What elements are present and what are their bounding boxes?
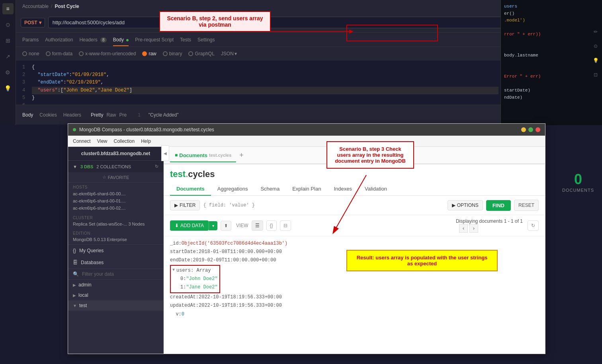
- my-queries-btn[interactable]: {} My Queries: [68, 244, 163, 257]
- body-dot: [126, 39, 129, 41]
- code-editor-content[interactable]: { "startDate":"01/09/2018", "endDate":"0…: [32, 64, 498, 102]
- menu-connect[interactable]: Connect: [73, 137, 91, 146]
- resp-subtab-pretty[interactable]: Pretty: [91, 112, 103, 118]
- add-data-label: ADD DATA: [180, 223, 204, 228]
- refresh-icon[interactable]: ↻: [155, 164, 158, 169]
- tab-prerequest[interactable]: Pre-request Script: [135, 34, 174, 46]
- add-data-button[interactable]: ⬇ ADD DATA: [170, 220, 209, 231]
- view-table-btn[interactable]: ⊟: [280, 220, 291, 231]
- code-line-4: "users":["John Doe2","Jane Doe2"]: [32, 87, 498, 94]
- prp-icon-2[interactable]: ⊙: [591, 41, 600, 51]
- nav-tab-indexes[interactable]: Indexes: [327, 183, 358, 196]
- resp-tab-body[interactable]: Body: [22, 112, 33, 118]
- url-input[interactable]: http://localhost:5000/cycles/add: [48, 17, 546, 28]
- mongodb-menubar: Connect View Collection Help: [68, 136, 545, 147]
- win-close[interactable]: [536, 127, 540, 132]
- menu-collection[interactable]: Collection: [114, 137, 135, 146]
- prev-page-btn[interactable]: ‹: [459, 224, 468, 233]
- radio-none: [22, 51, 27, 56]
- doc-users-header: ▼ users: Array: [172, 267, 218, 275]
- rp-line-11: Error " + err): [504, 73, 586, 80]
- sidebar-collapse-btn[interactable]: ◀: [161, 145, 169, 161]
- databases-btn[interactable]: 🗄 Databases: [68, 257, 163, 269]
- test-chevron: ▼: [73, 304, 77, 308]
- code-line-1: {: [32, 64, 498, 71]
- favorite-btn[interactable]: ☆ FAVORITE: [68, 172, 163, 183]
- db-test[interactable]: ▼ test: [68, 300, 163, 311]
- body-opt-none[interactable]: none: [22, 51, 39, 56]
- doc-updatedat: updatedAt: 2022-10-19T18:19:56.333+00:00: [170, 302, 539, 310]
- code-line-2: "startDate":"01/09/2018",: [32, 71, 498, 79]
- nav-tab-explain[interactable]: Explain Plan: [286, 183, 327, 196]
- tab-body[interactable]: Body: [113, 34, 129, 46]
- rp-line-14: ndDate): [504, 94, 586, 101]
- doc-users-1: 1: "Jane Doe2": [180, 283, 218, 292]
- menu-view[interactable]: View: [97, 137, 108, 146]
- nav-icon-5[interactable]: ⚙: [2, 67, 14, 78]
- nav-tab-validation[interactable]: Validation: [358, 183, 393, 196]
- filter-input[interactable]: [203, 202, 444, 208]
- nav-tab-schema[interactable]: Schema: [254, 183, 286, 196]
- win-minimize[interactable]: [521, 127, 526, 132]
- resp-tab-cookies[interactable]: Cookies: [39, 112, 57, 118]
- code-line-7: }: [32, 94, 498, 102]
- annotation-arrow: [271, 31, 350, 32]
- next-page-btn[interactable]: ›: [469, 224, 478, 233]
- resp-subtab-raw[interactable]: Raw: [106, 112, 116, 118]
- nav-tab-aggregations[interactable]: Aggregations: [211, 183, 254, 196]
- view-list-btn[interactable]: ☰: [252, 220, 263, 231]
- db-admin[interactable]: ▶ admin: [68, 280, 163, 290]
- filter-data-bar[interactable]: 🔍 Filter your data: [68, 269, 163, 280]
- zero-num: 0: [562, 171, 594, 188]
- options-button[interactable]: ▶ OPTIONS: [448, 200, 483, 210]
- prp-icon-1[interactable]: ✏: [591, 27, 600, 37]
- tab-authorization[interactable]: Authorization: [45, 34, 73, 46]
- collection-db: test: [170, 169, 186, 179]
- json-format-select[interactable]: JSON ▾: [221, 51, 237, 56]
- tab-settings[interactable]: Settings: [197, 34, 215, 46]
- postman-response-bar: Body Cookies Headers Pretty Raw Pre 1 "C…: [16, 105, 500, 125]
- refresh-docs-btn[interactable]: ↻: [528, 220, 539, 231]
- prp-icon-4[interactable]: ⊡: [591, 70, 600, 80]
- collections-count: 2 COLLECTIONS: [96, 164, 131, 169]
- method-dropdown[interactable]: POST ▾: [21, 18, 45, 27]
- nav-icon-2[interactable]: ⊙: [2, 19, 14, 30]
- nav-icon-6[interactable]: 💡: [2, 83, 14, 94]
- host-2: ac-ekm6tp6-shard-00-02....: [68, 204, 163, 212]
- add-tab-btn[interactable]: +: [239, 151, 244, 160]
- main-tab-documents[interactable]: ■ Documents test.cycles: [170, 149, 236, 162]
- menu-help[interactable]: Help: [141, 137, 151, 146]
- find-button[interactable]: FIND: [486, 200, 511, 211]
- body-opt-binary[interactable]: binary: [163, 51, 182, 56]
- local-label: local: [78, 292, 88, 298]
- mongodb-sidebar: cluster0.bfdza83.mongodb.net ▼ 3 DBS 2 C…: [68, 147, 164, 354]
- window-controls[interactable]: [521, 127, 540, 132]
- method-label: POST: [24, 20, 37, 25]
- nav-icon-3[interactable]: ⊞: [2, 35, 14, 46]
- tab-headers[interactable]: Headers 8: [79, 34, 106, 46]
- nav-tab-documents[interactable]: Documents: [170, 183, 211, 196]
- resp-subtab-pre[interactable]: Pre: [119, 112, 127, 118]
- breadcrumb-parent[interactable]: Accountable: [22, 4, 49, 9]
- tab-collection-name: test.cycles: [209, 153, 231, 158]
- win-maximize[interactable]: [528, 127, 533, 132]
- body-opt-graphql[interactable]: GraphQL: [188, 51, 214, 56]
- filter-button[interactable]: ▶ FILTER: [170, 200, 200, 210]
- dbs-header[interactable]: ▼ 3 DBS 2 COLLECTIONS ↻: [68, 161, 163, 172]
- admin-chevron: ▶: [73, 283, 76, 287]
- nav-icon-1[interactable]: ≡: [2, 3, 14, 14]
- reset-button[interactable]: RESET: [514, 200, 539, 211]
- body-opt-raw[interactable]: raw: [142, 51, 156, 56]
- db-local[interactable]: ▶ local: [68, 290, 163, 300]
- tab-doc-icon: ■: [175, 152, 178, 158]
- body-opt-urlencoded[interactable]: x-www-form-urlencoded: [79, 51, 136, 56]
- nav-icon-4[interactable]: ↗: [2, 51, 14, 62]
- export-btn[interactable]: ⬆: [221, 221, 231, 231]
- resp-tab-headers[interactable]: Headers: [63, 112, 81, 118]
- add-data-dropdown[interactable]: ▾: [209, 221, 217, 230]
- view-json-btn[interactable]: {}: [266, 220, 277, 231]
- prp-icon-3[interactable]: 💡: [591, 56, 600, 65]
- body-opt-formdata[interactable]: form-data: [46, 51, 72, 56]
- tab-tests[interactable]: Tests: [180, 34, 191, 46]
- tab-params[interactable]: Params: [22, 34, 39, 46]
